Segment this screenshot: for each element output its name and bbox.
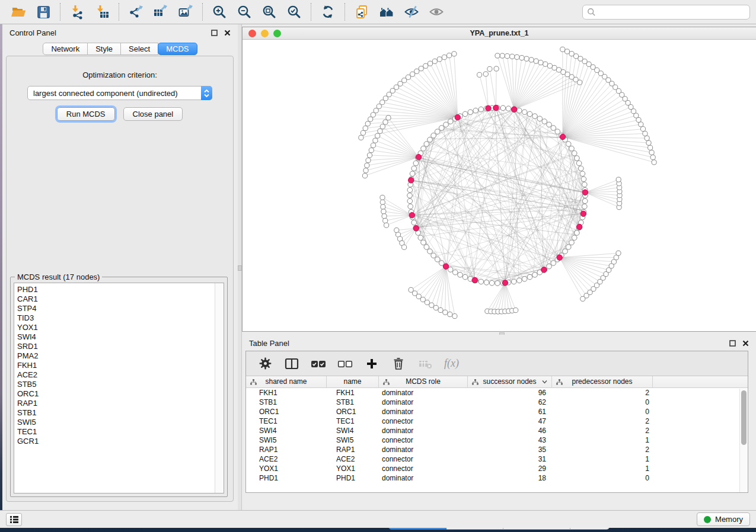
- search-input[interactable]: [599, 8, 745, 17]
- export-image-icon: [178, 4, 193, 20]
- float-icon[interactable]: [211, 30, 218, 36]
- refresh-button[interactable]: [315, 2, 340, 22]
- cell: ORC1: [327, 407, 379, 416]
- table-row[interactable]: STB1STB1dominator620: [246, 398, 748, 407]
- list-item[interactable]: CAR1: [17, 294, 215, 304]
- select-all-button[interactable]: [311, 356, 326, 371]
- add-column-button[interactable]: [364, 356, 379, 371]
- cell: TEC1: [246, 416, 327, 426]
- zoom-out-button[interactable]: [232, 2, 257, 22]
- table-row[interactable]: SWI5SWI5connector431: [246, 435, 748, 445]
- vertical-splitter[interactable]: [238, 24, 242, 510]
- list-item[interactable]: RAP1: [17, 399, 215, 408]
- export-image-button[interactable]: [173, 2, 198, 22]
- eye-slash-icon: [404, 4, 419, 20]
- list-item[interactable]: YOX1: [17, 323, 215, 332]
- import-table-icon: [94, 4, 110, 20]
- column-header-name[interactable]: name: [327, 376, 379, 388]
- export-network-button[interactable]: [123, 2, 148, 22]
- column-label: MCDS role: [406, 377, 441, 386]
- open-file-button[interactable]: [6, 2, 31, 22]
- copy-network-button[interactable]: [349, 2, 374, 22]
- network-window-titlebar[interactable]: YPA_prune.txt_1: [243, 27, 756, 40]
- table-row[interactable]: SWI4SWI4dominator462: [246, 426, 748, 435]
- optimization-select[interactable]: largest connected component (undirected): [27, 86, 212, 100]
- import-table-button[interactable]: [90, 2, 114, 22]
- show-columns-button[interactable]: [284, 356, 299, 371]
- float-icon[interactable]: [729, 340, 736, 347]
- list-item[interactable]: FKH1: [17, 361, 215, 370]
- search-box[interactable]: [582, 5, 750, 20]
- cell: SWI4: [246, 426, 327, 435]
- table-settings-button[interactable]: [257, 356, 273, 371]
- folder-open-icon: [11, 4, 26, 20]
- close-icon[interactable]: [224, 30, 231, 36]
- close-icon[interactable]: [742, 340, 749, 347]
- list-item[interactable]: ORC1: [17, 389, 215, 399]
- scrollbar-thumb[interactable]: [741, 390, 747, 445]
- network-graph[interactable]: [243, 40, 756, 331]
- list-item[interactable]: PMA2: [17, 351, 215, 361]
- save-icon: [36, 4, 51, 20]
- memory-button[interactable]: Memory: [697, 512, 750, 526]
- list-item[interactable]: PHD1: [17, 285, 215, 294]
- list-item[interactable]: SWI4: [17, 332, 215, 342]
- column-label: successor nodes: [483, 377, 536, 386]
- export-table-button[interactable]: [148, 2, 173, 22]
- list-item[interactable]: STB5: [17, 380, 215, 389]
- houses-button[interactable]: [374, 2, 399, 22]
- column-header-MCDS-role[interactable]: MCDS role: [379, 376, 468, 388]
- tab-style[interactable]: Style: [88, 43, 121, 55]
- column-label: predecessor nodes: [572, 377, 632, 386]
- list-item[interactable]: GCR1: [17, 437, 215, 446]
- toolbar-separator: [311, 3, 311, 21]
- tab-select[interactable]: Select: [121, 43, 158, 55]
- table-scrollbar[interactable]: [739, 389, 748, 492]
- save-session-button[interactable]: [31, 2, 56, 22]
- table-row[interactable]: FKH1FKH1dominator962: [246, 388, 748, 398]
- tab-network[interactable]: Network: [43, 43, 88, 55]
- delete-table-button[interactable]: [417, 356, 433, 371]
- show-details-button[interactable]: [424, 2, 449, 22]
- table-row[interactable]: RAP1RAP1dominator352: [246, 445, 748, 454]
- mcds-panel: Optimization criterion: largest connecte…: [6, 56, 234, 502]
- cell: 1: [552, 464, 653, 473]
- delete-button[interactable]: [391, 356, 406, 371]
- function-button[interactable]: f(x): [444, 357, 459, 370]
- tab-mcds[interactable]: MCDS: [158, 43, 197, 55]
- import-network-button[interactable]: [65, 2, 90, 22]
- list-scrollbar[interactable]: [215, 283, 224, 493]
- zoom-fit-button[interactable]: [257, 2, 282, 22]
- close-panel-button[interactable]: Close panel: [123, 107, 183, 121]
- sort-desc-icon: [542, 380, 547, 384]
- cell: 31: [468, 454, 552, 464]
- list-item[interactable]: TID3: [17, 313, 215, 323]
- list-item[interactable]: SWI5: [17, 418, 215, 427]
- column-header-predecessor-nodes[interactable]: predecessor nodes: [552, 376, 653, 388]
- right-workspace: YPA_prune.txt_1 Table Panel: [242, 24, 756, 510]
- list-item[interactable]: TEC1: [17, 427, 215, 437]
- column-header-successor-nodes[interactable]: successor nodes: [468, 376, 552, 388]
- table-row[interactable]: ACE2ACE2connector311: [246, 454, 748, 464]
- splitter-grip[interactable]: [238, 265, 242, 271]
- table-row[interactable]: TEC1TEC1connector472: [246, 416, 748, 426]
- zoom-selected-button[interactable]: [282, 2, 307, 22]
- table-row[interactable]: PHD1PHD1dominator180: [246, 473, 748, 483]
- list-item[interactable]: STP4: [17, 304, 215, 313]
- list-item[interactable]: STB1: [17, 408, 215, 418]
- table-row[interactable]: YOX1YOX1connector291: [246, 464, 748, 473]
- network-canvas[interactable]: [243, 40, 756, 331]
- list-item[interactable]: ACE2: [17, 370, 215, 380]
- mcds-result-list[interactable]: PHD1CAR1STP4TID3YOX1SWI4SRD1PMA2FKH1ACE2…: [14, 283, 215, 493]
- deselect-all-button[interactable]: [337, 356, 353, 371]
- list-item[interactable]: SRD1: [17, 342, 215, 351]
- cell: ACE2: [327, 454, 379, 464]
- table-row[interactable]: ORC1ORC1dominator610: [246, 407, 748, 416]
- zoom-in-button[interactable]: [207, 2, 232, 22]
- hide-details-button[interactable]: [399, 2, 424, 22]
- memory-status-icon: [704, 516, 711, 523]
- column-header-shared-name[interactable]: shared name: [246, 376, 327, 388]
- mcds-result-group: MCDS result (17 nodes) PHD1CAR1STP4TID3Y…: [10, 277, 228, 497]
- run-mcds-button[interactable]: Run MCDS: [57, 107, 115, 121]
- task-history-button[interactable]: [6, 513, 22, 526]
